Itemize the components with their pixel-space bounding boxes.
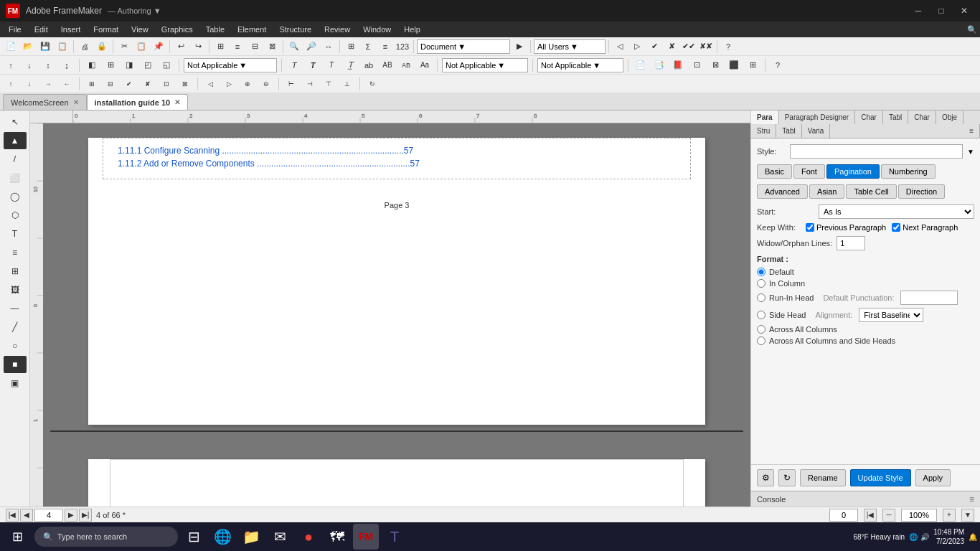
tb-more2[interactable]: ≡ [230,39,245,55]
tb3-3[interactable]: → [40,76,56,92]
zoom-percent[interactable] [901,509,937,522]
tb2-arrow-up[interactable]: ↑ [3,57,19,73]
tb2-doc[interactable]: 📄 [633,57,649,73]
tb2-align2[interactable]: ⊞ [103,57,118,73]
zoom-dropdown[interactable]: ▼ [961,509,974,522]
lt-image[interactable]: 🖼 [4,281,27,298]
tb3-6[interactable]: ⊟ [103,76,118,92]
settings-icon-btn[interactable]: ⚙ [757,469,774,486]
search-bar[interactable]: 🔍 Type here to search [34,527,178,547]
document-canvas[interactable]: 1.11.1 Configure Scanning ..............… [43,123,750,507]
alignment-select[interactable]: First Baseline Top Center [859,308,923,322]
menu-window[interactable]: Window [357,24,397,35]
tb3-19[interactable]: ↻ [364,76,380,92]
menu-help[interactable]: Help [398,24,426,35]
tb3-12[interactable]: ▷ [221,76,237,92]
menu-element[interactable]: Element [232,24,272,35]
lt-shape1[interactable]: ⬜ [4,169,27,187]
close-button[interactable]: ✕ [954,4,974,18]
lt-line[interactable]: / [4,151,27,168]
zoom-field[interactable] [829,509,858,522]
nav-last[interactable]: ▶| [79,509,92,522]
style-dropdown-arrow[interactable]: ▼ [967,148,974,156]
taskbar-chrome[interactable]: ● [296,524,321,550]
panel-tab-tabl2[interactable]: Tabl [776,124,801,138]
tb3-16[interactable]: ⊣ [302,76,318,92]
tb-more4[interactable]: ⊠ [264,39,280,55]
tb-accept-all[interactable]: ✔✔ [681,39,697,55]
tb2-t3[interactable]: T [324,57,339,73]
rename-button[interactable]: Rename [800,469,846,486]
tb3-7[interactable]: ✔ [121,76,137,92]
zoom-minus[interactable]: ─ [882,509,895,522]
tb-open[interactable]: 📂 [20,39,36,55]
network-icon[interactable]: 🌐 [909,533,918,541]
dtab-basic[interactable]: Basic [757,164,792,179]
sound-icon[interactable]: 🔊 [920,533,929,541]
menu-insert[interactable]: Insert [55,24,87,35]
time-area[interactable]: 10:48 PM 7/2/2023 [933,527,964,546]
tb2-t4[interactable]: T̲ [342,57,358,73]
tb-save[interactable]: 💾 [37,39,53,55]
tb-redo[interactable]: ↪ [190,39,206,55]
tb2-t2[interactable]: T [305,57,321,73]
tb-table[interactable]: ⊞ [343,39,359,55]
lt-shape2[interactable]: ◯ [4,188,27,205]
zoom-nav1[interactable]: |◀ [864,509,877,522]
lt-table-tool[interactable]: ⊞ [4,263,27,280]
tb-track2[interactable]: ▷ [629,39,645,55]
start-select[interactable]: As Is Top of Page Top of Left Page Top o… [819,204,974,219]
minimize-button[interactable]: ─ [908,4,928,18]
taskbar-fm[interactable]: FM [353,524,379,550]
menu-file[interactable]: File [3,24,27,35]
lt-more[interactable]: ▣ [4,375,27,392]
tb3-8[interactable]: ✘ [140,76,156,92]
zoom-plus[interactable]: + [943,509,956,522]
tb2-arrow4[interactable]: ↨ [59,57,75,73]
refresh-icon-btn[interactable]: ↻ [778,469,796,486]
nav-next[interactable]: ▶ [65,509,77,522]
tb2-arrow3[interactable]: ↕ [40,57,56,73]
menu-edit[interactable]: Edit [29,24,54,35]
tb3-1[interactable]: ↑ [3,76,19,92]
lt-arrow[interactable]: ▲ [4,132,27,149]
style-input[interactable] [790,144,963,159]
radio-across-all-columns-input[interactable] [757,325,765,334]
lt-text[interactable]: T [4,225,27,242]
tb3-5[interactable]: ⊞ [84,76,100,92]
menu-view[interactable]: View [126,24,154,35]
apply-button[interactable]: Apply [915,469,951,486]
tb2-more2[interactable]: ⊠ [707,57,723,73]
tb2-pdf[interactable]: 📕 [670,57,686,73]
radio-across-columns-side-heads-input[interactable] [757,336,765,345]
tb-more3[interactable]: ⊟ [247,39,263,55]
panel-tab-stru[interactable]: Stru [751,124,776,138]
tb2-align4[interactable]: ◰ [140,57,156,73]
tb-list[interactable]: ≡ [377,39,393,55]
tb2-t7[interactable]: AB [398,57,414,73]
tb-find2[interactable]: 🔎 [303,39,319,55]
tb2-t1[interactable]: T [286,57,302,73]
na-dropdown-left[interactable]: Not Applicable ▼ [184,58,277,72]
tb-reject-all[interactable]: ✘✘ [698,39,714,55]
tb3-17[interactable]: ⊤ [321,76,336,92]
tb2-more4[interactable]: ⊞ [745,57,760,73]
lt-circle[interactable]: ○ [4,337,27,354]
search-icon-menu[interactable]: 🔍 [967,25,977,34]
tb3-11[interactable]: ◁ [202,76,218,92]
panel-tab-para[interactable]: Para [751,110,779,124]
dtab-font[interactable]: Font [793,164,825,179]
taskbar-edge[interactable]: 🌐 [209,524,235,550]
notification-icon[interactable]: 🔔 [969,533,977,541]
lt-select[interactable]: ↖ [4,113,27,131]
tb-reject[interactable]: ✘ [664,39,679,55]
lt-line3[interactable]: ╱ [4,319,27,336]
menu-table[interactable]: Table [200,24,230,35]
dtab-direction[interactable]: Direction [898,184,945,199]
panel-tab-obje[interactable]: Obje [936,110,963,124]
tb2-more3[interactable]: ⬛ [726,57,742,73]
update-style-button[interactable]: Update Style [850,469,911,486]
lt-shape3[interactable]: ⬡ [4,207,27,224]
tb3-14[interactable]: ⊖ [258,76,274,92]
radio-in-column-input[interactable] [757,279,765,288]
